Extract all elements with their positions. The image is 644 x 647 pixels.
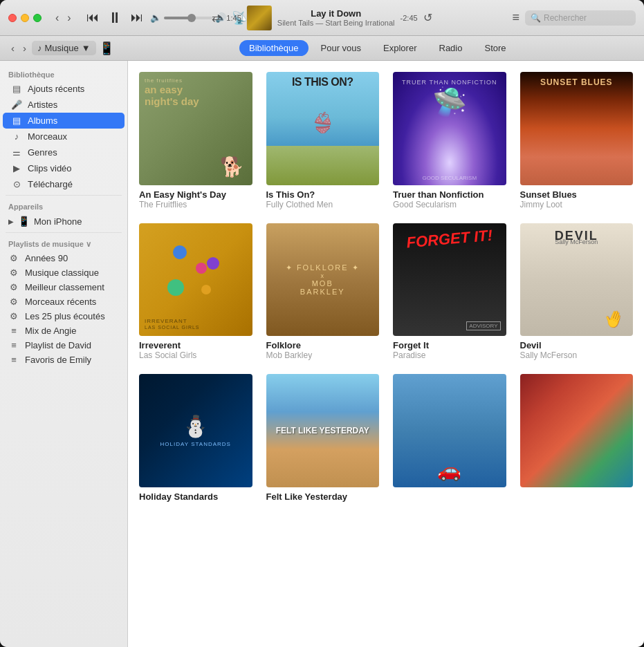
search-box[interactable]: 🔍 — [525, 10, 636, 26]
tab-bibliotheque[interactable]: Bibliothèque — [239, 40, 309, 56]
titlebar: ‹ › ⏮ ⏸ ⏭ 🔈 🔊 📡 ⇄ 1:45 Lay it Down — [0, 0, 644, 36]
album-title-truer: Truer than Nonfiction — [393, 189, 506, 200]
sidebar-label-albums: Albums — [28, 115, 57, 126]
sidebar-item-annees-90[interactable]: ⚙ Années 90 — [0, 251, 127, 265]
minimize-button[interactable] — [21, 14, 29, 22]
album-card-holiday[interactable]: ⛄ HOLIDAY STANDARDS Holiday Standards — [139, 374, 252, 502]
chevron-down-icon: ▼ — [82, 43, 91, 53]
albums-grid: the fruitflies an easynight's day 🐕 An E… — [139, 72, 633, 502]
artists-icon: 🎤 — [11, 100, 22, 110]
album-card-forget-it[interactable]: FORGET IT! ADVISORY Forget It Paradise — [393, 223, 506, 361]
tab-pour-vous[interactable]: Pour vous — [311, 40, 371, 56]
shuffle-left-icon[interactable]: ⇄ — [212, 11, 221, 24]
album-title-holiday: Holiday Standards — [139, 491, 252, 502]
sidebar-item-morceaux[interactable]: ♪ Morceaux — [3, 129, 125, 144]
sidebar-item-playlist-david[interactable]: ≡ Playlist de David — [0, 338, 127, 353]
album-card-sunset-blues[interactable]: SUNSET BLUES Sunset Blues Jimmy Loot — [520, 72, 634, 209]
sidebar-back[interactable]: ‹ — [8, 41, 17, 55]
album-art-car: 🚗 — [393, 374, 506, 487]
sidebar-item-albums[interactable]: ▤ Albums — [3, 113, 125, 129]
album-card-easy-night[interactable]: the fruitflies an easynight's day 🐕 An E… — [139, 72, 252, 209]
video-clips-icon: ▶ — [11, 163, 22, 174]
sidebar-item-morceaux-recents[interactable]: ⚙ Morceaux récents — [0, 294, 127, 309]
sidebar-item-genres[interactable]: ⚌ Genres — [3, 144, 125, 160]
nav-buttons: ‹ › — [53, 10, 74, 26]
album-card-is-this-on[interactable]: IS THIS ON? 👙 Is This On? Fully Clothed … — [266, 72, 380, 209]
sidebar-label-25-plus: Les 25 plus écoutés — [25, 311, 105, 321]
sidebar-item-favoris-emily[interactable]: ≡ Favoris de Emily — [0, 353, 127, 367]
sidebar-label-favoris-emily: Favoris de Emily — [25, 355, 91, 365]
tab-radio[interactable]: Radio — [430, 40, 472, 56]
album-card-devil[interactable]: DEVIL Sally McFerson 🤚 Devil Sally McFer… — [520, 223, 634, 361]
sidebar-item-artistes[interactable]: 🎤 Artistes — [3, 97, 125, 113]
album-artist-sunset-blues: Jimmy Loot — [520, 200, 634, 209]
source-label: Musique — [45, 43, 79, 53]
sidebar-label-genres: Genres — [28, 147, 57, 158]
album-card-truer[interactable]: TRUER THAN NONFICTION 🛸 GOOD SECULARISM … — [393, 72, 506, 209]
main-layout: Bibliothèque ▤ Ajouts récents 🎤 Artistes… — [0, 61, 644, 647]
album-art-thumbnail[interactable] — [247, 6, 272, 30]
itunes-window: ‹ › ⏮ ⏸ ⏭ 🔈 🔊 📡 ⇄ 1:45 Lay it Down — [0, 0, 644, 647]
album-art-sunset-blues: SUNSET BLUES — [520, 72, 634, 185]
sidebar-forward[interactable]: › — [20, 41, 29, 55]
album-card-car[interactable]: 🚗 — [393, 374, 506, 502]
sidebar-label-mon-iphone: Mon iPhone — [34, 216, 82, 227]
album-title-felt-like: Felt Like Yesterday — [266, 491, 380, 502]
album-title-irreverent: Irreverent — [139, 340, 252, 350]
back-button[interactable]: ‹ — [53, 10, 62, 26]
tracks-icon: ♪ — [11, 131, 22, 142]
section-title-bibliotheque: Bibliothèque — [0, 66, 127, 81]
album-card-abstract[interactable] — [520, 374, 634, 502]
playlist-david-icon: ≡ — [8, 340, 19, 350]
forward-button[interactable]: › — [64, 10, 73, 26]
album-artist-truer: Good Secularism — [393, 200, 506, 209]
expand-icon: ▶ — [8, 218, 14, 225]
section-title-playlists[interactable]: Playlists de musique ∨ — [0, 236, 127, 251]
sidebar-label-clips-video: Clips vidéo — [28, 163, 72, 174]
maximize-button[interactable] — [33, 14, 42, 22]
play-pause-button[interactable]: ⏸ — [106, 8, 124, 28]
sidebar-item-mon-iphone[interactable]: ▶ 📱 Mon iPhone — [0, 213, 127, 229]
album-art-forget-it: FORGET IT! ADVISORY — [393, 223, 506, 337]
sidebar-item-telecharge[interactable]: ⊙ Téléchargé — [3, 176, 125, 192]
mix-angie-icon: ≡ — [8, 326, 19, 336]
album-title-forget-it: Forget It — [393, 340, 506, 350]
track-artist: Silent Tails — Start Being Irrational — [277, 19, 395, 27]
device-icon[interactable]: 📱 — [99, 41, 114, 56]
playback-controls: ⏮ ⏸ ⏭ — [85, 8, 145, 28]
search-input[interactable] — [544, 13, 630, 23]
sidebar-nav: ‹ › ♪ Musique ▼ 📱 — [8, 41, 114, 56]
sidebar-label-morceaux-recents: Morceaux récents — [25, 297, 96, 307]
album-card-folklore[interactable]: ✦ FOLKLORE ✦ x MOB BARKLEY Folklore Mob … — [266, 223, 380, 361]
list-view-button[interactable]: ≡ — [512, 10, 519, 25]
sidebar-item-mix-angie[interactable]: ≡ Mix de Angie — [0, 324, 127, 338]
album-artist-irreverent: Las Social Girls — [139, 350, 252, 360]
tab-store[interactable]: Store — [475, 40, 515, 56]
sidebar-item-musique-classique[interactable]: ⚙ Musique classique — [0, 265, 127, 280]
sidebar-item-ajouts-recents[interactable]: ▤ Ajouts récents — [3, 81, 125, 97]
sidebar-item-meilleur-classement[interactable]: ⚙ Meilleur classement — [0, 280, 127, 294]
morceaux-recents-icon: ⚙ — [8, 297, 19, 307]
sidebar-item-clips-video[interactable]: ▶ Clips vidéo — [3, 160, 125, 176]
downloaded-icon: ⊙ — [11, 179, 22, 189]
source-selector[interactable]: ♪ Musique ▼ — [32, 41, 96, 55]
sidebar-label-morceaux: Morceaux — [28, 131, 67, 142]
tab-explorer[interactable]: Explorer — [374, 40, 426, 56]
iphone-device-icon: 📱 — [18, 216, 30, 227]
repeat-icon[interactable]: ↺ — [423, 11, 432, 24]
previous-button[interactable]: ⏮ — [85, 9, 100, 26]
next-button[interactable]: ⏭ — [129, 9, 145, 26]
sidebar-label-playlist-david: Playlist de David — [25, 340, 91, 350]
album-art-is-this-on: IS THIS ON? 👙 — [266, 72, 380, 185]
album-card-felt-like[interactable]: FELT LIKE YESTERDAY Felt Like Yesterday — [266, 374, 380, 502]
close-button[interactable] — [8, 14, 17, 22]
volume-slider[interactable] — [164, 17, 212, 19]
album-art-felt-like: FELT LIKE YESTERDAY — [266, 374, 380, 487]
sidebar-label-musique-classique: Musique classique — [25, 268, 99, 278]
sidebar-label-mix-angie: Mix de Angie — [25, 326, 76, 336]
album-card-irreverent[interactable]: IRREVERANTLAS SOCIAL GIRLS Irreverent La… — [139, 223, 252, 361]
album-title-sunset-blues: Sunset Blues — [520, 189, 634, 200]
track-title: Lay it Down — [311, 8, 361, 19]
sidebar-label-telecharge: Téléchargé — [28, 179, 73, 189]
sidebar-item-25-plus[interactable]: ⚙ Les 25 plus écoutés — [0, 309, 127, 324]
